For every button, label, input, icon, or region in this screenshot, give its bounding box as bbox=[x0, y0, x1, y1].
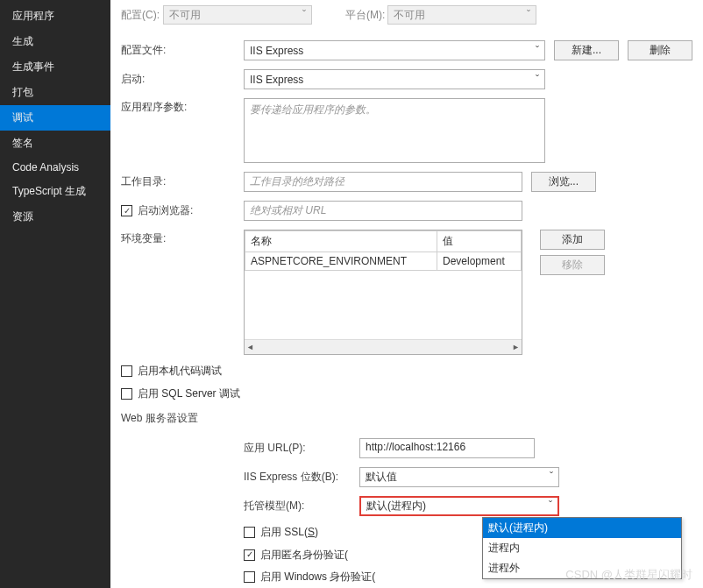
sidebar-item-package[interactable]: 打包 bbox=[0, 80, 110, 105]
h-scrollbar[interactable]: ◄► bbox=[245, 339, 522, 354]
hosting-combo[interactable]: 默认(进程内)ˇ bbox=[359, 496, 559, 516]
win-auth-checkbox[interactable] bbox=[244, 571, 255, 583]
new-profile-button[interactable]: 新建... bbox=[554, 40, 619, 60]
browse-button[interactable]: 浏览... bbox=[531, 172, 596, 192]
app-url-label: 应用 URL(P): bbox=[244, 441, 359, 456]
sql-debug-label: 启用 SQL Server 调试 bbox=[138, 386, 240, 401]
scroll-right-icon[interactable]: ► bbox=[512, 343, 520, 351]
sidebar-item-app[interactable]: 应用程序 bbox=[0, 4, 110, 29]
chevron-down-icon: ˇ bbox=[302, 9, 306, 21]
config-label: 配置(C): bbox=[121, 8, 163, 23]
platform-combo: 不可用ˇ bbox=[387, 5, 536, 25]
sidebar-item-typescript[interactable]: TypeScript 生成 bbox=[0, 179, 110, 204]
env-remove-button[interactable]: 移除 bbox=[540, 255, 605, 275]
iis-bitness-label: IIS Express 位数(B): bbox=[244, 470, 359, 485]
scroll-left-icon[interactable]: ◄ bbox=[246, 343, 254, 351]
env-col-name: 名称 bbox=[245, 231, 437, 252]
args-input[interactable]: 要传递给应用程序的参数。 bbox=[244, 98, 545, 163]
main-panel: 配置(C): 不可用ˇ 平台(M): 不可用ˇ 配置文件: IIS Expres… bbox=[110, 0, 703, 588]
launch-browser-checkbox[interactable] bbox=[121, 205, 132, 216]
hosting-option-outproc[interactable]: 进程外 bbox=[483, 558, 681, 578]
browser-url-input[interactable]: 绝对或相对 URL bbox=[244, 201, 522, 221]
config-combo: 不可用ˇ bbox=[163, 5, 312, 25]
launch-browser-label: 启动浏览器: bbox=[121, 203, 244, 218]
chevron-down-icon: ˇ bbox=[550, 471, 553, 483]
anon-auth-checkbox[interactable] bbox=[244, 549, 255, 561]
delete-profile-button[interactable]: 删除 bbox=[628, 40, 692, 60]
anon-auth-label: 启用匿名身份验证( bbox=[260, 548, 348, 563]
enable-ssl-checkbox[interactable] bbox=[244, 527, 255, 538]
args-label: 应用程序参数: bbox=[121, 98, 244, 115]
chevron-down-icon: ˇ bbox=[527, 9, 530, 21]
hosting-dropdown[interactable]: 默认(进程内) 进程内 进程外 bbox=[482, 517, 682, 579]
launch-label: 启动: bbox=[121, 72, 244, 87]
hosting-label: 托管模型(M): bbox=[244, 499, 359, 514]
hosting-option-inproc[interactable]: 进程内 bbox=[483, 538, 681, 558]
table-row: ASPNETCORE_ENVIRONMENTDevelopment bbox=[245, 252, 522, 271]
sidebar-item-build[interactable]: 生成 bbox=[0, 29, 110, 54]
profile-combo[interactable]: IIS Expressˇ bbox=[244, 40, 545, 60]
env-col-value: 值 bbox=[437, 231, 522, 252]
env-table[interactable]: 名称值 ASPNETCORE_ENVIRONMENTDevelopment ◄► bbox=[244, 230, 522, 355]
native-debug-label: 启用本机代码调试 bbox=[138, 364, 222, 379]
native-debug-checkbox[interactable] bbox=[121, 365, 132, 377]
platform-label: 平台(M): bbox=[345, 8, 387, 23]
app-url-input[interactable]: http://localhost:12166 bbox=[359, 438, 535, 458]
hosting-option-default[interactable]: 默认(进程内) bbox=[483, 518, 681, 538]
sidebar: 应用程序 生成 生成事件 打包 调试 签名 Code Analysis Type… bbox=[0, 0, 110, 588]
chevron-down-icon: ˇ bbox=[536, 45, 539, 57]
chevron-down-icon: ˇ bbox=[536, 74, 539, 86]
workdir-label: 工作目录: bbox=[121, 174, 244, 189]
web-section-title: Web 服务器设置 bbox=[121, 411, 692, 426]
sidebar-item-debug[interactable]: 调试 bbox=[0, 105, 110, 131]
profile-label: 配置文件: bbox=[121, 43, 244, 58]
enable-ssl-label: 启用 SSL(S) bbox=[260, 525, 318, 540]
sidebar-item-signing[interactable]: 签名 bbox=[0, 131, 110, 156]
iis-bitness-combo[interactable]: 默认值ˇ bbox=[359, 467, 559, 487]
sql-debug-checkbox[interactable] bbox=[121, 388, 132, 400]
sidebar-item-code-analysis[interactable]: Code Analysis bbox=[0, 156, 110, 179]
launch-combo[interactable]: IIS Expressˇ bbox=[244, 69, 545, 89]
chevron-down-icon: ˇ bbox=[549, 499, 552, 512]
env-label: 环境变量: bbox=[121, 230, 244, 246]
workdir-input[interactable]: 工作目录的绝对路径 bbox=[244, 172, 522, 192]
env-add-button[interactable]: 添加 bbox=[540, 230, 605, 250]
sidebar-item-build-events[interactable]: 生成事件 bbox=[0, 54, 110, 80]
sidebar-item-resources[interactable]: 资源 bbox=[0, 204, 110, 230]
win-auth-label: 启用 Windows 身份验证( bbox=[260, 570, 375, 584]
